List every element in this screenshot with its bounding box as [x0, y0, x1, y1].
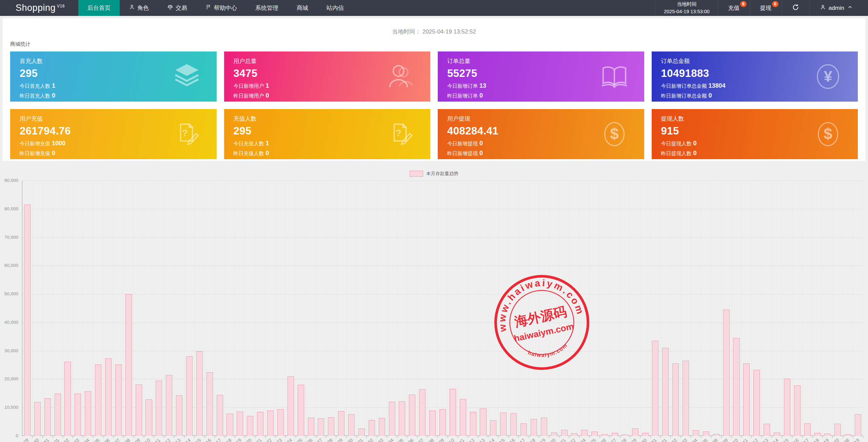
bar-14[interactable] — [490, 420, 496, 436]
bar-09[interactable] — [439, 409, 446, 436]
bar-18[interactable] — [814, 433, 821, 436]
bar-30[interactable] — [642, 433, 649, 436]
bar-31[interactable] — [652, 341, 658, 436]
bar-26[interactable] — [308, 418, 314, 436]
refresh-button[interactable] — [782, 0, 810, 16]
bar-17[interactable] — [804, 423, 811, 436]
bar-22[interactable] — [571, 433, 577, 436]
bar-17[interactable] — [520, 423, 527, 436]
chart-legend[interactable]: 本月存款量趋势 — [0, 171, 868, 177]
bar-13[interactable] — [764, 424, 770, 436]
bar-10[interactable] — [450, 389, 456, 436]
bar-29[interactable] — [24, 205, 31, 436]
bar-14[interactable] — [774, 433, 780, 436]
bar-28[interactable] — [328, 417, 334, 436]
bar-18[interactable] — [226, 414, 233, 436]
bar-07[interactable] — [115, 364, 122, 436]
bar-18[interactable] — [531, 419, 537, 436]
bar-15[interactable] — [196, 351, 203, 436]
user-menu[interactable]: admin — [810, 0, 868, 16]
withdraw-button[interactable]: 提现 0 — [750, 0, 782, 16]
bar-02[interactable] — [64, 362, 71, 436]
bar-04[interactable] — [693, 430, 699, 436]
bar-29[interactable] — [632, 428, 638, 436]
bar-14[interactable] — [186, 356, 193, 436]
bar-16[interactable] — [206, 372, 213, 436]
bar-16[interactable] — [510, 413, 517, 436]
bar-27[interactable] — [318, 418, 324, 436]
nav-item-0[interactable]: 后台首页 — [78, 0, 120, 16]
nav-item-3[interactable]: 帮助中心 — [196, 0, 246, 16]
bar-02[interactable] — [369, 420, 375, 436]
bar-28[interactable] — [622, 435, 628, 436]
nav-item-1[interactable]: 角色 — [120, 0, 158, 16]
bar-12[interactable] — [166, 375, 172, 436]
bar-12[interactable] — [470, 412, 476, 436]
bar-07[interactable] — [419, 389, 426, 436]
bar-10[interactable] — [733, 338, 739, 436]
bar-15[interactable] — [500, 413, 507, 436]
bar-27[interactable] — [612, 433, 618, 436]
bar-13[interactable] — [480, 408, 486, 436]
bar-06[interactable] — [409, 395, 415, 436]
bar-05[interactable] — [703, 432, 709, 436]
bar-31[interactable] — [44, 398, 51, 436]
bar-30[interactable] — [348, 414, 355, 436]
bar-22[interactable] — [267, 411, 274, 436]
bar-15[interactable] — [784, 379, 790, 436]
recharge-button[interactable]: 充值 9 — [718, 0, 750, 16]
bar-23[interactable] — [277, 409, 284, 436]
bar-29[interactable] — [338, 411, 344, 436]
bar-24[interactable] — [288, 376, 294, 436]
x-tick — [478, 436, 478, 438]
x-tick-label: 02 — [671, 438, 678, 442]
bar-20[interactable] — [834, 424, 841, 436]
nav-item-4[interactable]: 系统管理 — [246, 0, 288, 16]
bar-09[interactable] — [723, 310, 730, 436]
nav-item-5[interactable]: 商城 — [288, 0, 317, 16]
bar-19[interactable] — [824, 434, 831, 436]
bar-11[interactable] — [156, 381, 162, 436]
bar-17[interactable] — [217, 395, 223, 436]
bar-19[interactable] — [237, 412, 243, 436]
bar-08[interactable] — [125, 294, 132, 436]
bar-03[interactable] — [75, 394, 81, 436]
bar-05[interactable] — [399, 401, 405, 436]
bar-21[interactable] — [257, 412, 263, 436]
bar-11[interactable] — [460, 399, 466, 436]
bar-01[interactable] — [55, 394, 61, 436]
bar-06[interactable] — [105, 358, 112, 436]
x-tick — [610, 436, 610, 438]
bar-03[interactable] — [379, 418, 385, 436]
bar-02[interactable] — [672, 363, 679, 436]
bar-03[interactable] — [683, 361, 689, 436]
bar-01[interactable] — [358, 428, 365, 436]
bar-13[interactable] — [176, 395, 182, 436]
bar-21[interactable] — [561, 430, 568, 436]
bar-05[interactable] — [95, 364, 101, 436]
bar-08[interactable] — [429, 411, 436, 436]
nav-item-2[interactable]: 交易 — [158, 0, 196, 16]
bar-25[interactable] — [591, 432, 598, 436]
bar-19[interactable] — [855, 414, 861, 436]
nav-item-6[interactable]: 站内信 — [317, 0, 353, 16]
bar-20[interactable] — [551, 433, 557, 436]
bar-30[interactable] — [34, 402, 41, 436]
bar-12[interactable] — [753, 370, 760, 436]
bar-04[interactable] — [85, 391, 91, 436]
bar-11[interactable] — [743, 363, 750, 436]
bar-08[interactable] — [845, 434, 851, 436]
bar-19[interactable] — [541, 418, 547, 436]
bar-16[interactable] — [794, 385, 801, 436]
bar-26[interactable] — [601, 434, 608, 436]
bar-20[interactable] — [247, 416, 253, 436]
bar-04[interactable] — [389, 402, 395, 436]
bar-24[interactable] — [581, 430, 588, 436]
bar-01[interactable] — [662, 348, 669, 436]
bar-25[interactable] — [298, 385, 304, 436]
app-logo[interactable]: ShoppingV16 — [0, 0, 78, 16]
bar-10[interactable] — [145, 399, 152, 436]
y-tick-label: 30,000 — [0, 348, 18, 353]
bar-08[interactable] — [713, 434, 719, 436]
bar-09[interactable] — [136, 384, 142, 436]
